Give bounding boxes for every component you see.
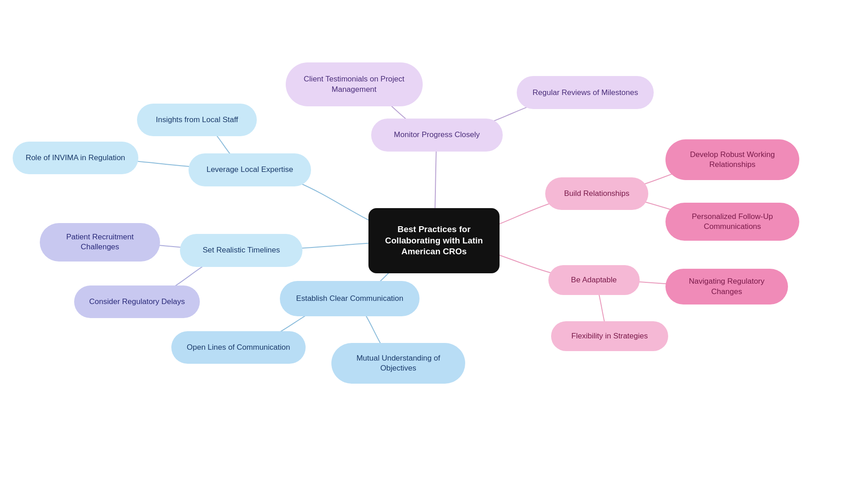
node-mutual_understanding[interactable]: Mutual Understanding of Objectives [331, 343, 466, 384]
node-navigating_regulatory[interactable]: Navigating Regulatory Changes [665, 269, 788, 304]
node-develop_robust[interactable]: Develop Robust Working Relationships [665, 139, 800, 180]
node-leverage_local[interactable]: Leverage Local Expertise [189, 153, 311, 186]
node-build_relationships[interactable]: Build Relationships [545, 177, 648, 210]
node-patient_recruitment[interactable]: Patient Recruitment Challenges [40, 223, 160, 261]
node-be_adaptable[interactable]: Be Adaptable [548, 265, 640, 295]
node-set_realistic[interactable]: Set Realistic Timelines [180, 234, 303, 266]
node-establish_clear[interactable]: Establish Clear Communication [280, 281, 420, 316]
node-role_invima[interactable]: Role of INVIMA in Regulation [13, 142, 138, 174]
node-center[interactable]: Best Practices for Collaborating with La… [368, 208, 500, 273]
node-insights_local[interactable]: Insights from Local Staff [137, 104, 257, 136]
mindmap-container: Best Practices for Collaborating with La… [0, 0, 868, 490]
node-personalized_followup[interactable]: Personalized Follow-Up Communications [665, 203, 800, 241]
node-regular_reviews[interactable]: Regular Reviews of Milestones [517, 76, 654, 109]
node-consider_regulatory[interactable]: Consider Regulatory Delays [74, 285, 200, 318]
node-monitor_progress[interactable]: Monitor Progress Closely [371, 119, 503, 151]
node-flexibility_strategies[interactable]: Flexibility in Strategies [551, 321, 668, 351]
node-client_testimonials[interactable]: Client Testimonials on Project Managemen… [286, 62, 423, 106]
node-open_lines[interactable]: Open Lines of Communication [171, 331, 306, 364]
